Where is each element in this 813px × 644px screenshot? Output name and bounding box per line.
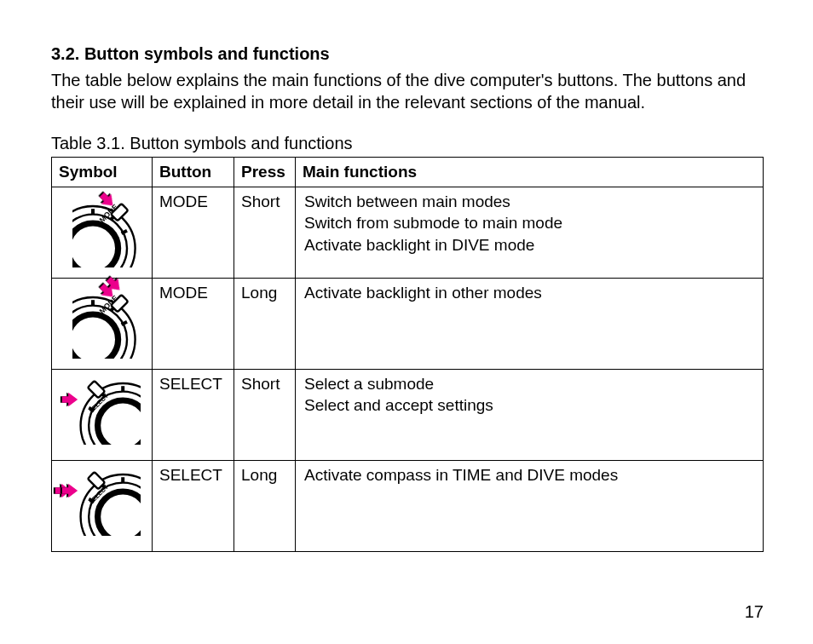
button-name: SELECT bbox=[153, 369, 234, 460]
watch-select-icon: SELECT bbox=[72, 377, 141, 445]
main-functions: Activate backlight in other modes bbox=[296, 278, 764, 369]
table-caption: Table 3.1. Button symbols and functions bbox=[51, 134, 764, 153]
main-functions: Select a submode Select and accept setti… bbox=[296, 369, 764, 460]
function-line: Activate backlight in other modes bbox=[304, 282, 754, 304]
function-line: Switch from submode to main mode bbox=[304, 212, 754, 234]
table-row: SELECT SELECT Short Select a submode Sel… bbox=[52, 369, 764, 460]
function-line: Select a submode bbox=[304, 373, 754, 395]
press-type: Long bbox=[234, 278, 296, 369]
press-type: Long bbox=[234, 460, 296, 551]
select-short-press-icon: SELECT bbox=[59, 375, 144, 446]
symbol-cell: SELECT bbox=[52, 369, 153, 460]
watch-mode-icon: MODE bbox=[72, 290, 141, 359]
col-header-symbol: Symbol bbox=[52, 158, 153, 187]
manual-page: 3.2. Button symbols and functions The ta… bbox=[0, 0, 813, 644]
table-row: MODE MODE Long Activate backlight in oth… bbox=[52, 278, 764, 369]
press-type: Short bbox=[234, 187, 296, 278]
svg-point-22 bbox=[100, 402, 141, 445]
table-header-row: Symbol Button Press Main functions bbox=[52, 158, 764, 187]
page-number: 17 bbox=[745, 602, 764, 622]
button-name: MODE bbox=[153, 187, 234, 278]
function-line: Activate compass in TIME and DIVE modes bbox=[304, 464, 754, 486]
mode-long-press-icon: MODE bbox=[59, 284, 144, 355]
symbol-cell: MODE bbox=[52, 187, 153, 278]
col-header-functions: Main functions bbox=[296, 158, 764, 187]
col-header-button: Button bbox=[153, 158, 234, 187]
function-line: Select and accept settings bbox=[304, 394, 754, 417]
button-functions-table: Symbol Button Press Main functions bbox=[51, 157, 764, 552]
button-name: MODE bbox=[153, 278, 234, 369]
svg-point-4 bbox=[72, 225, 116, 267]
main-functions: Switch between main modes Switch from su… bbox=[296, 187, 764, 278]
svg-point-13 bbox=[72, 316, 116, 359]
function-line: Switch between main modes bbox=[304, 191, 754, 213]
watch-mode-icon: MODE bbox=[72, 199, 141, 267]
main-functions: Activate compass in TIME and DIVE modes bbox=[296, 460, 764, 551]
watch-select-icon: SELECT bbox=[72, 468, 141, 536]
svg-point-31 bbox=[100, 493, 141, 536]
mode-short-press-icon: MODE bbox=[59, 193, 144, 264]
section-heading: 3.2. Button symbols and functions bbox=[51, 44, 764, 64]
function-line: Activate backlight in DIVE mode bbox=[304, 234, 754, 256]
table-row: SELECT SELECT Long Activate compass in T… bbox=[52, 460, 764, 551]
section-intro: The table below explains the main functi… bbox=[51, 69, 764, 113]
table-row: MODE MODE Short Switch between main mode… bbox=[52, 187, 764, 278]
press-type: Short bbox=[234, 369, 296, 460]
button-name: SELECT bbox=[153, 460, 234, 551]
select-long-press-icon: SELECT bbox=[59, 466, 144, 538]
symbol-cell: SELECT bbox=[52, 460, 153, 551]
col-header-press: Press bbox=[234, 158, 296, 187]
symbol-cell: MODE bbox=[52, 278, 153, 369]
